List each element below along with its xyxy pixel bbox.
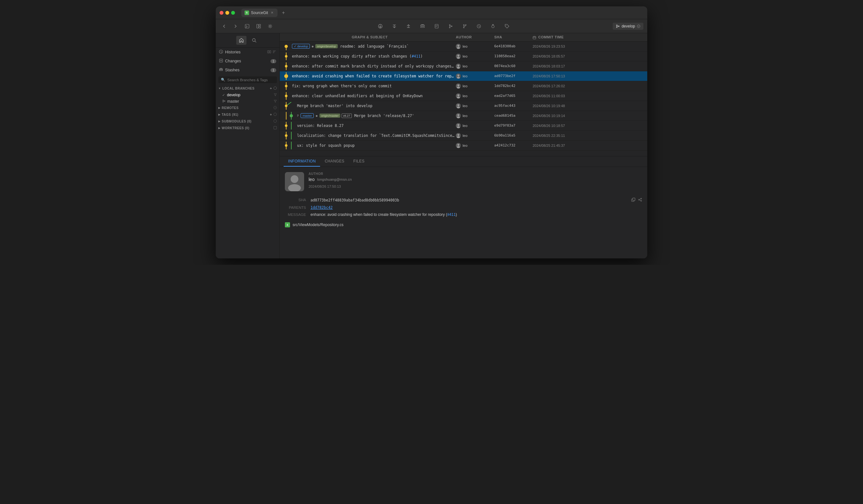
svg-point-91 (291, 175, 298, 183)
stash-button[interactable] (418, 22, 427, 31)
branch-button[interactable] (446, 22, 455, 31)
close-button[interactable] (220, 11, 223, 15)
tab-close-button[interactable]: ✕ (270, 11, 274, 15)
filter-icon[interactable] (274, 93, 277, 97)
maximize-button[interactable] (231, 11, 235, 15)
main-tab[interactable]: S SourceGit ✕ (241, 9, 277, 17)
push-button[interactable] (404, 22, 413, 31)
sidebar-item-stashes[interactable]: Stashes 1 (216, 66, 279, 75)
traffic-lights (220, 11, 235, 15)
add-tag-icon[interactable]: + (270, 113, 272, 117)
commit-subject: version: Release 8.27 (297, 124, 343, 128)
checkmark-icon: ✓ (222, 93, 225, 97)
sidebar-item-histories[interactable]: Histories (216, 48, 279, 56)
back-button[interactable] (220, 22, 228, 31)
commit-row[interactable]: version: Release 8.27 leo e9d79f03a7 202… (280, 121, 647, 131)
commit-row[interactable]: enhance: after commit mark branch dirty … (280, 61, 647, 71)
changes-icon (219, 59, 223, 64)
svg-point-88 (458, 144, 459, 146)
tab-information[interactable]: INFORMATION (284, 156, 320, 167)
branch-item-develop[interactable]: ✓ develop (216, 92, 279, 98)
layout-button[interactable] (254, 22, 263, 31)
settings-button[interactable] (266, 22, 275, 31)
tags-header[interactable]: ▶ TAGS (91) + (216, 111, 279, 118)
commit-row[interactable]: Merge branch 'master' into develop leo a… (280, 101, 647, 111)
commit-author-cell: leo (456, 93, 494, 99)
changes-label: Changes (225, 59, 268, 63)
author-avatar (285, 172, 304, 191)
filter-icon-master[interactable] (274, 100, 277, 103)
minimize-button[interactable] (225, 11, 229, 15)
author-header: AUTHOR (456, 35, 494, 39)
commit-time-cell: 2024/08/25 21:45:37 (533, 144, 590, 147)
detail-content: AUTHOR leo longshuang@msn.cn 2024/08/26 … (280, 167, 647, 258)
commit-row[interactable]: enhance: mark working copy dirty after s… (280, 51, 647, 61)
commit-subject: enhance: clear unhandled modifiers at be… (292, 94, 423, 98)
commit-row[interactable]: P master ● origin/master v8.27 Merge bra… (280, 111, 647, 121)
search-input[interactable] (227, 78, 274, 82)
content-area: GRAPH & SUBJECT AUTHOR SHA COMMIT TIME (280, 33, 647, 258)
submodules-header[interactable]: ▶ SUBMODULES (0) (216, 118, 279, 125)
fetch-button[interactable] (376, 22, 385, 31)
merge-button[interactable] (460, 22, 469, 31)
commit-row[interactable]: enhance: clear unhandled modifiers at be… (280, 91, 647, 101)
cherry-pick-button[interactable] (488, 22, 498, 31)
master-origin-badge: origin/master (320, 114, 340, 118)
commit-author-cell: leo (456, 83, 494, 89)
remotes-actions (273, 106, 277, 110)
commit-row-selected[interactable]: enhance: avoid crashing when failed to c… (280, 71, 647, 81)
histories-split-icon[interactable] (267, 50, 271, 54)
sidebar-search-btn[interactable] (249, 36, 259, 45)
commit-graph-cell: ux: style for squash popup (280, 142, 456, 149)
search-box[interactable]: 🔍 (218, 76, 277, 83)
fetch-tags-icon[interactable] (273, 113, 277, 117)
terminal-button[interactable] (243, 22, 252, 31)
local-branches-header[interactable]: ▼ LOCAL BRANCHES + (216, 85, 279, 92)
share-sha-button[interactable] (638, 198, 642, 203)
tab-changes[interactable]: CHANGES (320, 156, 349, 167)
add-branch-icon[interactable]: + (270, 86, 272, 91)
remotes-header[interactable]: ▶ REMOTES (216, 105, 279, 111)
svg-rect-1 (257, 24, 258, 28)
graph-svg (282, 82, 290, 90)
svg-point-79 (457, 126, 460, 128)
parent-sha-link[interactable]: 1dd782bc42 (311, 205, 642, 210)
commit-sha-cell: cead68145a (494, 114, 533, 118)
branch-item-master[interactable]: master (216, 98, 279, 105)
commit-row[interactable]: ux: style for squash popup leo a42412c73… (280, 141, 647, 151)
svg-rect-29 (220, 70, 223, 71)
sidebar-home-btn[interactable] (236, 36, 247, 45)
pull-button[interactable] (390, 22, 399, 31)
commit-time-cell: 2024/08/26 19:23:53 (533, 44, 590, 48)
svg-point-67 (285, 105, 287, 107)
worktrees-header[interactable]: ▶ WORKTREES (0) (216, 125, 279, 131)
rebase-button[interactable] (474, 22, 483, 31)
commit-row[interactable]: fix: wrong graph when there's only one c… (280, 81, 647, 91)
tag-button[interactable] (503, 22, 512, 31)
titlebar: S SourceGit ✕ + (216, 7, 647, 19)
add-remote-icon[interactable] (273, 106, 277, 110)
branch-indicator[interactable]: develop (613, 23, 643, 30)
commit-author-cell: leo (456, 133, 494, 138)
svg-point-4 (270, 25, 271, 27)
author-section-label: AUTHOR (309, 172, 352, 176)
graph-svg (282, 42, 290, 50)
remote-tracking-icon[interactable] (273, 86, 277, 91)
commit-row[interactable]: localization: change translation for `Te… (280, 131, 647, 141)
patch-button[interactable] (432, 22, 441, 31)
histories-sort-icon[interactable] (272, 50, 276, 54)
copy-sha-button[interactable] (631, 198, 635, 203)
toolbar-center (376, 22, 512, 31)
commit-list[interactable]: ✓ develop ● origin/develop readme: add l… (280, 42, 647, 156)
file-path: src/ViewModels/Repository.cs (292, 223, 343, 227)
add-worktree-icon[interactable] (273, 126, 277, 130)
author-name: leo (463, 144, 467, 147)
svg-point-50 (285, 65, 287, 67)
forward-button[interactable] (231, 22, 240, 31)
sidebar-item-changes[interactable]: Changes 1 (216, 56, 279, 66)
commit-row[interactable]: ✓ develop ● origin/develop readme: add l… (280, 42, 647, 51)
add-submodule-icon[interactable] (273, 119, 277, 124)
tab-files[interactable]: FILES (349, 156, 369, 167)
new-tab-button[interactable]: + (279, 9, 287, 17)
main-layout: Histories Changes 1 (216, 33, 647, 258)
